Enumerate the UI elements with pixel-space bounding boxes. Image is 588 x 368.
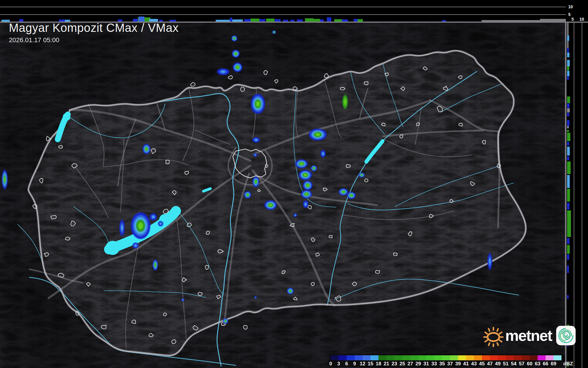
city-outline (241, 87, 245, 91)
right-strip-echo (567, 130, 569, 132)
right-strip-height-line (582, 23, 582, 368)
radar-echo (359, 173, 365, 177)
top-strip-echo (320, 19, 324, 22)
right-strip-echo (567, 71, 569, 76)
city-outline (400, 135, 403, 138)
top-strip-echo (313, 19, 320, 22)
top-strip-echo (334, 19, 342, 22)
city-outline (198, 292, 202, 296)
top-strip-echo (1, 20, 10, 22)
right-strip-echo (567, 156, 569, 160)
legend-color-cell (331, 355, 339, 360)
title-block: Magyar Kompozit CMax / VMax 2026.01.17 0… (9, 21, 179, 44)
radar-echo (244, 191, 251, 198)
legend-threshold-label: 37 (447, 361, 453, 366)
radar-echo (251, 94, 265, 114)
radar-echo (133, 243, 139, 248)
right-strip-echo (567, 108, 570, 112)
right-strip-echo (567, 97, 570, 103)
legend-color-cell (355, 355, 363, 360)
legend-color-cell (418, 355, 426, 360)
legend-color-cell (546, 355, 554, 360)
radar-echo (295, 159, 308, 168)
legend-threshold-label: 63 (535, 361, 541, 366)
legend-threshold-label: 43 (471, 361, 477, 366)
legend-threshold-label: 6 (345, 361, 348, 366)
radar-echo (301, 190, 312, 198)
top-axis-label: 5 (568, 12, 571, 17)
radar-echo (487, 253, 492, 269)
legend-threshold-label: 23 (392, 361, 397, 366)
legend-threshold-label: 25 (400, 361, 405, 366)
city-outline (393, 253, 397, 256)
radar-echo (254, 296, 257, 299)
legend-threshold-label: 60 (527, 361, 533, 366)
right-strip-echo (567, 161, 571, 174)
legend-color-cell (466, 355, 474, 360)
city-outline (459, 123, 463, 126)
legend-color-cell (474, 355, 482, 360)
metnet-app-icon (556, 326, 576, 346)
legend-threshold-label: 21 (384, 361, 389, 366)
legend-color-cell (386, 355, 394, 360)
legend-threshold-label: 18 (376, 361, 381, 366)
city-outline (264, 71, 267, 75)
legend-color-cell (498, 355, 506, 360)
legend-color-cell (522, 355, 530, 360)
legend-threshold-label: 54 (511, 361, 517, 366)
legend-threshold-label: 66 (543, 361, 549, 366)
right-strip-echo (567, 35, 569, 41)
legend-threshold-label: 0 (329, 361, 332, 366)
hungary-radar-map (0, 0, 588, 368)
legend-color-cell (490, 355, 498, 360)
right-strip-echo (567, 238, 569, 244)
legend-threshold-label: 29 (416, 361, 421, 366)
legend-unit-label: dBZ (563, 361, 573, 366)
radar-echo (153, 260, 158, 270)
top-strip-echo (327, 17, 331, 22)
right-strip-echo (567, 66, 569, 71)
radar-echo (217, 68, 229, 75)
right-strip-echo (567, 203, 569, 210)
right-strip-echo (567, 245, 570, 254)
radar-echo (143, 144, 150, 154)
legend-threshold-label: 69 (551, 361, 556, 366)
right-strip-echo (567, 53, 569, 57)
legend-color-cell (402, 355, 410, 360)
radar-echo (264, 200, 277, 210)
right-strip-echo (567, 120, 569, 126)
city-outline (364, 82, 368, 85)
right-strip-echo (567, 189, 570, 202)
radar-echo (252, 137, 260, 143)
dbz-legend: 0369121518212325272931333537394143454749… (329, 354, 565, 367)
radar-composite-app: 105510 Magyar Kompozit CMax / VMax 2026.… (0, 0, 588, 368)
legend-threshold-label: 39 (455, 361, 461, 366)
city-outline (243, 326, 247, 330)
right-strip-echo (567, 48, 569, 52)
top-strip-echo (442, 20, 446, 22)
radar-echo (231, 35, 237, 41)
top-axis-label: 10 (568, 5, 573, 9)
legend-color-cell (458, 355, 466, 360)
top-cross-section-panel (0, 0, 566, 23)
metnet-logo[interactable]: metnet (483, 324, 576, 347)
legend-threshold-label: 49 (495, 361, 501, 366)
right-cross-section-panel (566, 0, 588, 368)
city-outline (346, 164, 350, 167)
right-strip-echo (567, 103, 569, 108)
radar-echo (181, 298, 184, 301)
map-layers (0, 0, 588, 368)
legend-threshold-label: 57 (519, 361, 525, 366)
scale-corner: 105510 (566, 0, 588, 23)
right-strip-echo (567, 133, 570, 141)
right-strip-echo (567, 113, 569, 116)
top-strip-echo (297, 19, 303, 22)
legend-color-cell (538, 355, 546, 360)
radar-echo (253, 153, 257, 157)
top-strip-echo (290, 20, 294, 22)
legend-threshold-label: 3 (337, 361, 340, 366)
top-strip-echo (232, 19, 243, 22)
legend-color-cell (363, 355, 370, 360)
legend-threshold-label: 33 (431, 361, 437, 366)
legend-threshold-label: 12 (360, 361, 365, 366)
